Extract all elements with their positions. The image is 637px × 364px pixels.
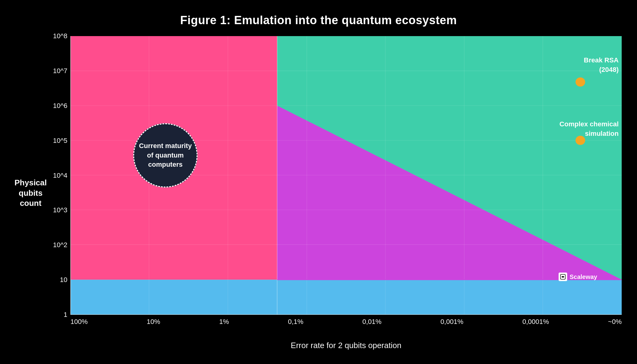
svg-rect-4 <box>70 280 622 315</box>
x-tick-00001: 0,0001% <box>522 318 549 326</box>
scaleway-icon <box>559 273 567 281</box>
break-rsa-label: Break RSA(2048) <box>584 56 619 75</box>
x-tick-0: ~0% <box>608 318 622 326</box>
x-tick-1: 1% <box>219 318 229 326</box>
scaleway-logo: Scaleway <box>559 273 597 281</box>
complex-chemical-label: Complex chemicalsimulation <box>560 120 619 139</box>
chart-inner: 10^8 10^7 10^6 10^5 10^4 10^3 10^2 10 1 <box>46 36 622 315</box>
x-axis-area: 100% 10% 1% 0,1% 0,01% 0,001% 0,0001% ~0… <box>46 315 622 339</box>
x-axis-label: Error rate for 2 qubits operation <box>46 339 622 350</box>
y-axis-label: Physical qubits count <box>15 36 46 350</box>
x-tick-01: 0,1% <box>288 318 303 326</box>
y-axis-label-text: Physical qubits count <box>14 178 47 209</box>
x-tick-100: 100% <box>70 318 88 326</box>
chart-with-axes: 10^8 10^7 10^6 10^5 10^4 10^3 10^2 10 1 <box>46 36 622 350</box>
x-tick-0001: 0,001% <box>440 318 463 326</box>
current-maturity-text: Current maturityof quantumcomputers <box>139 141 192 169</box>
figure-title: Figure 1: Emulation into the quantum eco… <box>180 14 457 27</box>
figure-container: Figure 1: Emulation into the quantum eco… <box>15 14 622 350</box>
scaleway-text: Scaleway <box>570 273 597 280</box>
chart-plot: Current maturityof quantumcomputers Brea… <box>70 36 622 315</box>
x-tick-001: 0,01% <box>362 318 381 326</box>
current-maturity-bubble: Current maturityof quantumcomputers <box>133 123 198 188</box>
svg-point-22 <box>575 77 585 87</box>
y-ticks: 10^8 10^7 10^6 10^5 10^4 10^3 10^2 10 1 <box>46 36 70 315</box>
chart-area: Physical qubits count 10^8 10^7 10^6 10^… <box>15 36 622 350</box>
x-tick-10: 10% <box>147 318 160 326</box>
x-ticks: 100% 10% 1% 0,1% 0,01% 0,001% 0,0001% ~0… <box>70 315 622 339</box>
